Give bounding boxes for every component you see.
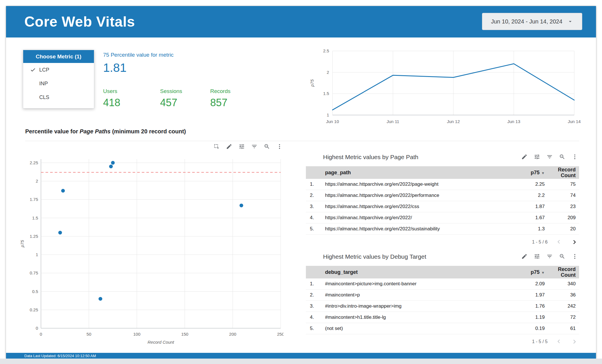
scatter-point[interactable] (111, 161, 115, 165)
scatter-point[interactable] (99, 297, 102, 301)
table-row[interactable]: 4.#maincontent>h1.title.title-lg1.1972 (306, 312, 579, 323)
pagination-prev-icon[interactable] (555, 238, 563, 246)
row-p75-cell: 2.2 (507, 193, 545, 198)
row-record-count-cell: 242 (545, 303, 579, 309)
table-body: 1.#maincontent>picture>img.content-banne… (306, 278, 579, 334)
row-key-cell: https://almanac.httparchive.org/en/2022/… (320, 204, 507, 209)
table-toolbar (521, 154, 579, 161)
more-vert-icon[interactable] (572, 253, 579, 260)
scatter-point[interactable] (239, 203, 243, 207)
scatter-point[interactable] (61, 189, 65, 193)
svg-text:1.75: 1.75 (30, 197, 38, 202)
row-index: 5. (306, 226, 320, 232)
metric-option-cls[interactable]: CLS (23, 90, 94, 104)
metric-option-lcp[interactable]: LCP (23, 63, 94, 77)
table-row[interactable]: 5.(not set)0.1961 (306, 323, 579, 334)
filter-icon[interactable] (251, 143, 258, 150)
table-row[interactable]: 3.https://almanac.httparchive.org/en/202… (306, 201, 579, 212)
row-record-count-cell: 20 (545, 226, 579, 232)
table-row[interactable]: 3.#intro>div.intro-image-wrapper>img1.76… (306, 301, 579, 312)
metric-option-label: INP (39, 81, 48, 87)
row-index: 3. (306, 303, 320, 309)
report-body: Choose Metric (1) LCP INP CLS 75 Percent… (6, 37, 596, 353)
row-key-cell: (not set) (320, 326, 507, 331)
check-icon (30, 67, 39, 73)
row-index: 4. (306, 215, 320, 221)
more-vert-icon[interactable] (572, 154, 579, 161)
row-p75-cell: 0.19 (507, 326, 545, 331)
table-row[interactable]: 5.https://almanac.httparchive.org/en/202… (306, 223, 579, 235)
row-p75-cell: 1.67 (507, 215, 545, 221)
edit-icon[interactable] (226, 143, 233, 150)
svg-text:2.25: 2.25 (30, 160, 38, 165)
date-range-picker[interactable]: Jun 10, 2024 - Jun 14, 2024 (482, 13, 582, 30)
marquee-select-icon[interactable] (213, 143, 220, 150)
svg-text:1.5: 1.5 (32, 215, 38, 220)
row-record-count-cell: 74 (545, 193, 579, 198)
row-key-cell: https://almanac.httparchive.org/en/2022/… (320, 193, 507, 198)
row-key-cell: #maincontent>h1.title.title-lg (320, 314, 507, 320)
p75-scorecard-label: 75 Percentile value for metric (103, 52, 174, 58)
kpi-label: Records (210, 88, 231, 94)
tune-icon[interactable] (534, 154, 541, 161)
table-row[interactable]: 2.https://almanac.httparchive.org/en/202… (306, 190, 579, 201)
metric-filter-panel: Choose Metric (1) LCP INP CLS (23, 50, 94, 108)
column-header-p75[interactable]: p75▼ (507, 170, 545, 176)
p75-trend-line-chart[interactable]: Jun 10Jun 11Jun 12Jun 13Jun 1411.522.5p7… (308, 48, 586, 131)
table-header-row: debug_target p75▼ Record Count (306, 266, 579, 278)
app-header: Core Web Vitals Jun 10, 2024 - Jun 14, 2… (6, 6, 596, 37)
more-vert-icon[interactable] (276, 143, 283, 150)
zoom-icon[interactable] (559, 253, 566, 260)
row-record-count-cell: 23 (545, 204, 579, 209)
edit-icon[interactable] (521, 253, 528, 260)
scatter-point[interactable] (109, 165, 113, 168)
kpi-records: Records 857 (210, 88, 231, 109)
column-header-debug-target[interactable]: debug_target (320, 269, 507, 275)
row-p75-cell: 1.87 (507, 204, 545, 209)
svg-text:Jun 14: Jun 14 (568, 119, 581, 124)
tune-icon[interactable] (534, 253, 541, 260)
table-row[interactable]: 1.#maincontent>picture>img.content-banne… (306, 278, 579, 290)
table-row[interactable]: 4.https://almanac.httparchive.org/en/202… (306, 212, 579, 223)
column-header-p75[interactable]: p75▼ (507, 269, 545, 275)
svg-text:250: 250 (277, 332, 284, 337)
pagination-next-icon[interactable] (570, 338, 579, 346)
metric-option-label: CLS (39, 94, 49, 100)
p75-record-count-scatter-chart[interactable]: 05010015020025000.250.50.7511.251.51.752… (19, 156, 284, 348)
svg-text:Jun 12: Jun 12 (447, 119, 460, 124)
table-body: 1.https://almanac.httparchive.org/en/202… (306, 179, 579, 235)
tune-icon[interactable] (239, 143, 245, 150)
pagination-label: 1 - 5 / 5 (532, 339, 548, 344)
svg-text:50: 50 (86, 332, 91, 337)
row-index: 2. (306, 193, 320, 198)
edit-icon[interactable] (521, 154, 528, 161)
svg-text:0.25: 0.25 (30, 307, 38, 312)
row-p75-cell: 2.09 (507, 281, 545, 287)
metric-option-inp[interactable]: INP (23, 77, 94, 90)
scatter-point[interactable] (58, 231, 62, 234)
page-path-table: Highest Metric values by Page Path page_… (306, 152, 579, 246)
row-index: 1. (306, 181, 320, 187)
date-range-label: Jun 10, 2024 - Jun 14, 2024 (491, 18, 562, 25)
filter-icon[interactable] (546, 154, 553, 161)
kpi-value: 418 (103, 97, 120, 109)
kpi-sessions: Sessions 457 (160, 88, 182, 109)
column-header-record-count[interactable]: Record Count (545, 266, 579, 278)
filter-icon[interactable] (546, 253, 553, 260)
svg-text:Record Count: Record Count (147, 340, 174, 345)
column-header-record-count[interactable]: Record Count (545, 167, 579, 178)
pagination-prev-icon[interactable] (555, 338, 563, 346)
pagination-next-icon[interactable] (570, 238, 579, 246)
zoom-icon[interactable] (264, 143, 271, 150)
svg-text:0: 0 (36, 326, 38, 331)
row-index: 4. (306, 314, 320, 320)
table-row[interactable]: 2.#maincontent>p1.9736 (306, 290, 579, 301)
page-background-strip (0, 359, 602, 364)
column-header-page-path[interactable]: page_path (320, 170, 507, 176)
svg-text:0: 0 (40, 332, 42, 337)
table-row[interactable]: 1.https://almanac.httparchive.org/en/202… (306, 179, 579, 190)
svg-text:Jun 11: Jun 11 (387, 119, 399, 124)
zoom-icon[interactable] (559, 154, 566, 161)
row-key-cell: https://almanac.httparchive.org/en/2022/ (320, 215, 507, 221)
section-title-prefix: Percentile value for (25, 128, 80, 134)
